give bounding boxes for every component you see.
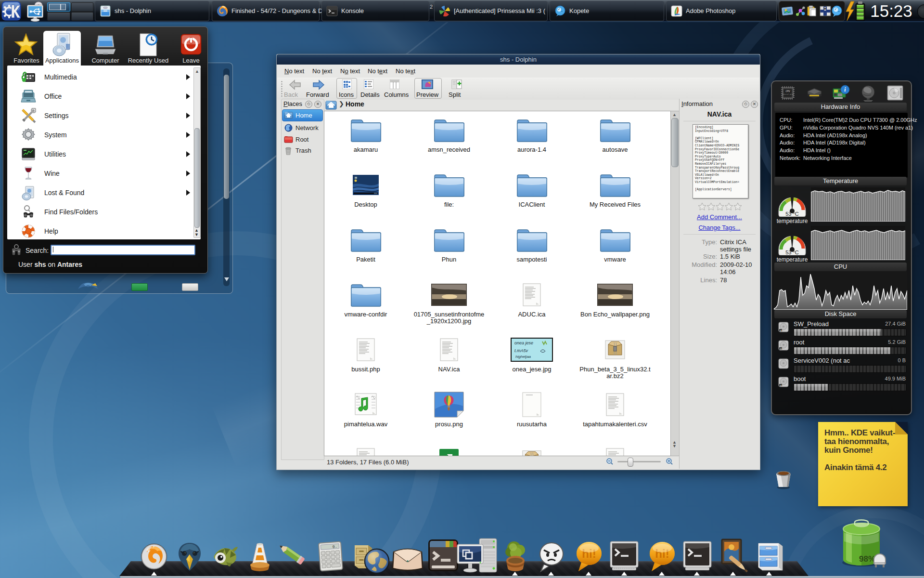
- svg-text:0.: 0.: [333, 544, 337, 549]
